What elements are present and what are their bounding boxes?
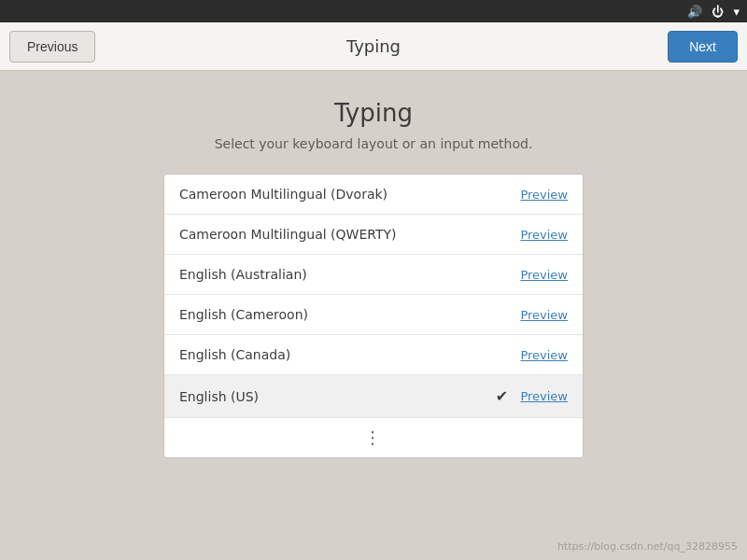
layout-preview-link[interactable]: Preview — [520, 308, 568, 322]
layout-row[interactable]: English (Canada)Preview — [164, 335, 583, 375]
layout-preview-link[interactable]: Preview — [520, 348, 568, 362]
layout-preview-link[interactable]: Preview — [520, 389, 568, 403]
layout-row[interactable]: Cameroon Multilingual (Dvorak)Preview — [164, 175, 583, 215]
layout-row[interactable]: Cameroon Multilingual (QWERTY)Preview — [164, 215, 583, 255]
volume-icon[interactable]: 🔊 — [687, 5, 702, 19]
more-options-row[interactable]: ⋮ — [164, 418, 583, 457]
layout-name: English (Cameroon) — [179, 307, 492, 322]
layout-preview-link[interactable]: Preview — [520, 268, 568, 282]
layout-name: English (US) — [179, 389, 492, 404]
more-dots-icon: ⋮ — [364, 429, 383, 446]
main-content: Typing Select your keyboard layout or an… — [0, 71, 747, 477]
layout-row[interactable]: English (US)✔Preview — [164, 375, 583, 418]
power-icon[interactable]: ⏻ — [712, 5, 724, 19]
layout-name: English (Canada) — [179, 347, 492, 362]
previous-button[interactable]: Previous — [9, 31, 95, 63]
system-bar: 🔊 ⏻ ▾ — [0, 0, 747, 22]
nav-title: Typing — [346, 36, 401, 56]
layout-name: Cameroon Multilingual (QWERTY) — [179, 227, 492, 242]
layout-preview-link[interactable]: Preview — [520, 188, 568, 202]
layout-name: Cameroon Multilingual (Dvorak) — [179, 187, 492, 202]
layout-row[interactable]: English (Cameroon)Preview — [164, 295, 583, 335]
layout-list: Cameroon Multilingual (Dvorak)PreviewCam… — [163, 174, 584, 458]
layout-check-icon: ✔ — [492, 387, 511, 405]
layout-row[interactable]: English (Australian)Preview — [164, 255, 583, 295]
layout-name: English (Australian) — [179, 267, 492, 282]
nav-bar: Previous Typing Next — [0, 22, 747, 71]
layout-preview-link[interactable]: Preview — [520, 228, 568, 242]
next-button[interactable]: Next — [668, 31, 738, 63]
page-subtitle: Select your keyboard layout or an input … — [215, 136, 533, 151]
watermark: https://blog.csdn.net/qq_32828955 — [557, 540, 738, 553]
page-title: Typing — [334, 99, 413, 127]
dropdown-icon[interactable]: ▾ — [733, 5, 740, 19]
